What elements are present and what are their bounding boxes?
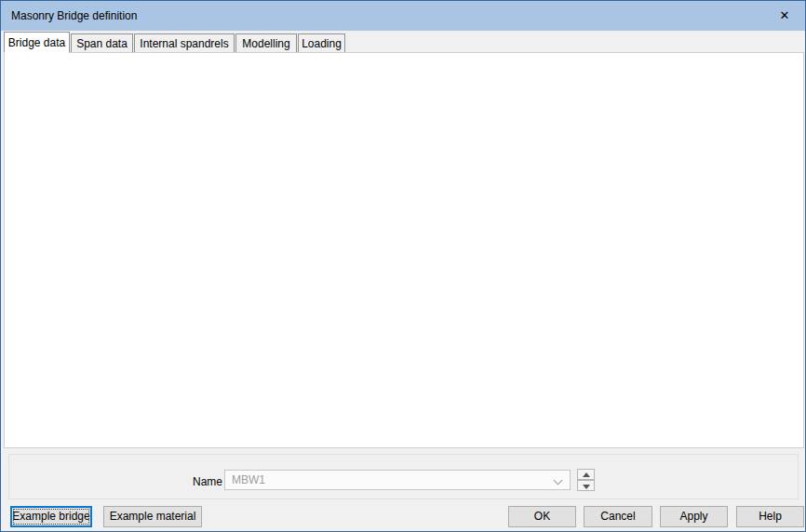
name-spinner	[577, 469, 595, 491]
spinner-up-button[interactable]	[577, 469, 595, 480]
tab-loading[interactable]: Loading	[298, 33, 345, 53]
dialog-title: Masonry Bridge definition	[11, 1, 137, 31]
close-icon[interactable]: ✕	[764, 1, 805, 31]
title-bar: Masonry Bridge definition ✕	[1, 1, 805, 31]
chevron-down-icon[interactable]	[555, 477, 562, 485]
tab-span-data[interactable]: Span data	[71, 33, 133, 53]
name-value: MBW1	[232, 471, 265, 489]
tab-modelling[interactable]: Modelling	[235, 33, 297, 53]
spinner-down-button[interactable]	[577, 480, 595, 491]
name-combobox[interactable]: MBW1	[224, 470, 571, 490]
tab-bridge-data[interactable]: Bridge data	[4, 32, 70, 53]
ok-button[interactable]: OK	[508, 506, 576, 527]
tab-internal-spandrels[interactable]: Internal spandrels	[134, 33, 235, 53]
example-bridge-button[interactable]: Example bridge	[10, 506, 92, 527]
bridge-data-page	[4, 52, 804, 448]
name-label: Name	[193, 475, 222, 488]
apply-button[interactable]: Apply	[660, 506, 728, 527]
masonry-bridge-dialog: Masonry Bridge definition ✕ Bridge data …	[0, 0, 806, 532]
example-material-button[interactable]: Example material	[103, 506, 202, 527]
help-button[interactable]: Help	[736, 506, 804, 527]
triangle-up-icon	[583, 472, 590, 477]
cancel-button[interactable]: Cancel	[584, 506, 652, 527]
triangle-down-icon	[583, 485, 590, 489]
